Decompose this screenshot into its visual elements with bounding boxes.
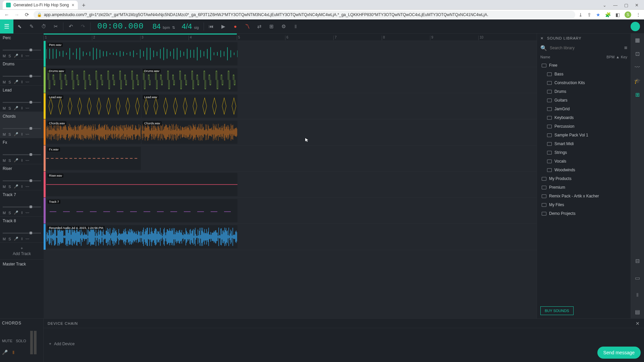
record-arm-icon[interactable]: 🎤 [14,237,18,241]
maximize-icon[interactable]: ▢ [624,3,628,8]
tree-item[interactable]: Smart Midi [537,139,631,148]
solo-button[interactable]: S [8,106,11,110]
solo-button[interactable]: S [8,185,11,189]
reload-icon[interactable]: ⟳ [23,12,30,18]
panel-toggle-1[interactable]: ⊟ [635,258,640,264]
tree-item[interactable]: Vocals [537,157,631,166]
url-field[interactable]: 🔒 app.ampedstudio.com/?_gl=1*zkt20c*_ga*… [34,11,575,19]
forward-icon[interactable]: → [13,12,20,17]
automation-icon[interactable]: 〰 [25,211,29,215]
record-icon[interactable]: ● [229,19,241,34]
eq-icon[interactable]: ⫴ [21,184,23,189]
tree-item[interactable]: Drums [537,87,631,96]
tree-item[interactable]: Bass [537,70,631,78]
tree-item[interactable]: Premium [537,183,631,192]
time-signature[interactable]: 4/4 sig [182,22,199,31]
tree-item[interactable]: Demo Projects [537,209,631,218]
tree-item[interactable]: Sample Pack Vol 1 [537,131,631,139]
side-panel-icon[interactable]: ◧ [615,12,620,17]
add-track-button[interactable]: +Add Track [0,243,44,259]
buy-sounds-button[interactable]: BUY SOUNDS [540,306,574,315]
mute-button[interactable]: M [3,237,6,241]
track-header[interactable]: Chords M S 🎤 ⫴ 〰 [0,112,44,138]
piano-icon[interactable]: ⦀ [636,292,639,298]
mute-button[interactable]: MUTE [2,339,12,343]
sort-icon[interactable]: ▲ [616,55,620,59]
volume-slider[interactable] [3,128,41,129]
automation-icon[interactable]: 〰 [25,237,29,241]
track-header[interactable]: Fx M S 🎤 ⫴ 〰 [0,138,44,164]
mute-button[interactable]: M [3,106,6,110]
mute-button[interactable]: M [3,159,6,163]
volume-slider[interactable] [3,154,41,155]
volume-slider[interactable] [3,102,41,103]
solo-button[interactable]: S [8,132,11,136]
audio-clip[interactable]: Chords.wav [46,121,141,144]
solo-button[interactable]: S [8,237,11,241]
panel-toggle-2[interactable]: ▭ [635,275,640,281]
mute-button[interactable]: M [3,54,6,58]
bpm-stepper-icon[interactable]: ⇅ [172,25,175,29]
main-menu-button[interactable]: ☰ [0,19,13,34]
record-arm-icon[interactable]: 🎤 [14,54,18,58]
track-header[interactable]: Lead M S 🎤 ⫴ 〰 [0,86,44,112]
extensions-icon[interactable]: 🧩 [605,12,611,17]
track-lane[interactable]: Lead.wav Lead.wav [44,93,537,119]
panel-icon-4[interactable]: 🎓 [634,78,641,84]
loop-icon[interactable]: ⇄ [254,19,266,34]
pointer-tool[interactable]: ⬉ [13,19,25,34]
tree-item[interactable]: Percussion [537,122,631,131]
volume-slider[interactable] [3,50,41,51]
track-header[interactable]: Riser M S 🎤 ⫴ 〰 [0,164,44,190]
record-arm-icon[interactable]: 🎤 [14,132,18,136]
add-device-button[interactable]: + Add Device [44,328,644,360]
install-icon[interactable]: ⤓ [579,12,583,17]
filter-icon[interactable]: ≡ [624,45,627,51]
tree-item[interactable]: Remix Pack - Artik x Kacher [537,192,631,200]
automation-icon[interactable]: 〰 [25,106,29,110]
play-icon[interactable]: ▶ [217,19,229,34]
timer-tool[interactable]: ⏱ [38,19,50,34]
record-arm-icon[interactable]: 🎤 [14,158,18,163]
eq-icon[interactable]: ⫴ [21,80,23,84]
eq-icon[interactable]: ⫴ [21,132,23,136]
pencil-tool[interactable]: ✎ [25,19,38,34]
col-key[interactable]: Key [621,55,627,59]
solo-button[interactable]: S [8,211,11,215]
audio-clip[interactable]: Drums.wav [46,68,141,92]
tree-item[interactable]: My Files [537,200,631,209]
automation-icon[interactable]: 〰 [25,185,29,189]
send-message-button[interactable]: Send message [597,347,641,359]
back-icon[interactable]: ← [3,12,10,17]
audio-clip[interactable]: Perc.wav [46,42,237,65]
volume-slider[interactable] [3,206,41,207]
record-arm-icon[interactable]: 🎤 [14,184,18,189]
timeline-ruler[interactable]: 12345678910 [44,34,537,41]
solo-button[interactable]: S [8,80,11,84]
track-header[interactable]: Drums M S 🎤 ⫴ 〰 [0,60,44,86]
tree-item[interactable]: Construction Kits [537,78,631,87]
record-arm-icon[interactable]: 🎤 [14,106,18,110]
col-name[interactable]: Name [540,55,606,59]
track-header[interactable]: Track 8 M S 🎤 ⫴ 〰 [0,217,44,243]
tree-item[interactable]: My Products [537,174,631,183]
eq-icon[interactable]: ⫴ [21,237,23,241]
automation-icon[interactable]: 〰 [25,80,29,84]
record-arm-icon[interactable]: 🎤 [14,80,18,84]
time-display[interactable]: 00:00.000 [97,22,144,31]
audio-clip[interactable]: Chords.wav [142,121,237,144]
audio-clip[interactable]: Riser.wav [46,173,237,196]
mute-button[interactable]: M [3,132,6,136]
bpm-display[interactable]: 84 bpm ⇅ [153,22,175,31]
eq-icon[interactable]: ⫴ [12,350,14,355]
cut-tool[interactable]: ✂ [50,19,62,34]
snap-icon[interactable]: ⊞ [266,19,278,34]
menu-icon[interactable]: ⋮ [636,12,641,17]
track-lane[interactable]: Track 7 [44,198,537,224]
panel-icon-3[interactable]: 〰 [635,64,640,70]
eq-icon[interactable]: ⫴ [21,54,23,58]
close-icon[interactable]: ✕ [540,36,544,41]
mute-button[interactable]: M [3,185,6,189]
automation-icon[interactable]: 〰 [25,132,29,136]
skip-start-icon[interactable]: ⏮ [205,19,217,34]
